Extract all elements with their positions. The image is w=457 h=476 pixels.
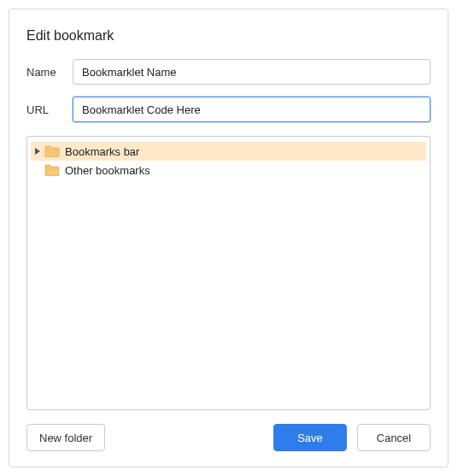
url-label: URL [26, 103, 73, 116]
name-input[interactable] [73, 59, 431, 85]
edit-bookmark-dialog: Edit bookmark Name URL Bookmarks bar ▶ [9, 9, 448, 467]
expand-icon[interactable] [32, 148, 43, 155]
dialog-title: Edit bookmark [26, 28, 431, 44]
tree-item-label: Other bookmarks [65, 164, 150, 177]
name-label: Name [26, 66, 73, 79]
url-row: URL [26, 97, 431, 122]
button-row: New folder Save Cancel [26, 424, 431, 451]
tree-item-label: Bookmarks bar [65, 145, 139, 158]
cancel-button[interactable]: Cancel [357, 424, 431, 451]
folder-icon [44, 144, 60, 158]
save-button[interactable]: Save [273, 424, 347, 451]
tree-item-other-bookmarks[interactable]: ▶ Other bookmarks [31, 161, 426, 179]
url-input[interactable] [73, 97, 431, 122]
name-row: Name [26, 59, 431, 85]
tree-item-bookmarks-bar[interactable]: Bookmarks bar [31, 142, 426, 161]
new-folder-button[interactable]: New folder [26, 424, 105, 451]
folder-tree[interactable]: Bookmarks bar ▶ Other bookmarks [26, 136, 431, 410]
folder-icon [44, 163, 60, 177]
svg-marker-0 [35, 148, 40, 155]
